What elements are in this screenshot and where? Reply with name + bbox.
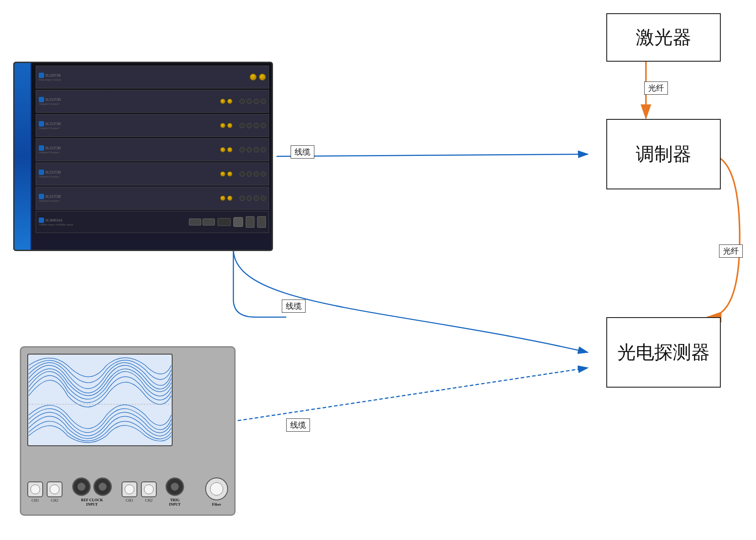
refclock-label: REF CLOCK INPUT	[81, 498, 103, 507]
cable1-label: 线缆	[291, 145, 314, 159]
modulator-label: 调制器	[636, 142, 691, 166]
modulator-box: 调制器	[606, 119, 721, 189]
ch2-out-label: CH2	[51, 498, 58, 503]
rack-side-panel	[15, 63, 31, 250]
osc-controls-row: CH1 CH2	[27, 477, 228, 507]
fiber1-label: 光纤	[644, 81, 668, 95]
detector-label: 光电探测器	[617, 340, 710, 365]
rack-unit: SL3404B SL32071B Data Input Output	[13, 62, 273, 251]
svg-line-5	[238, 368, 588, 421]
cable3-label: 线缆	[286, 418, 310, 432]
main-container: SL3404B SL32071B Data Input Output	[0, 0, 756, 540]
trig-label: TRIG INPUT	[169, 498, 181, 507]
laser-box: 激光器	[606, 13, 721, 62]
ch1-out-label: CH1	[31, 498, 39, 503]
fiber-button[interactable]	[205, 477, 228, 500]
cable2-label: 线缆	[282, 300, 306, 313]
fiber2-label: 光纤	[719, 244, 743, 258]
ch2-in-label: CH2	[145, 498, 152, 503]
fiber-label: Fiber	[212, 502, 221, 507]
oscilloscope: CH1 CH2	[20, 346, 236, 516]
laser-label: 激光器	[636, 25, 691, 50]
svg-line-4	[277, 154, 588, 156]
detector-box: 光电探测器	[606, 317, 721, 388]
ch1-in-label: CH1	[125, 498, 133, 503]
osc-screen	[27, 354, 173, 446]
